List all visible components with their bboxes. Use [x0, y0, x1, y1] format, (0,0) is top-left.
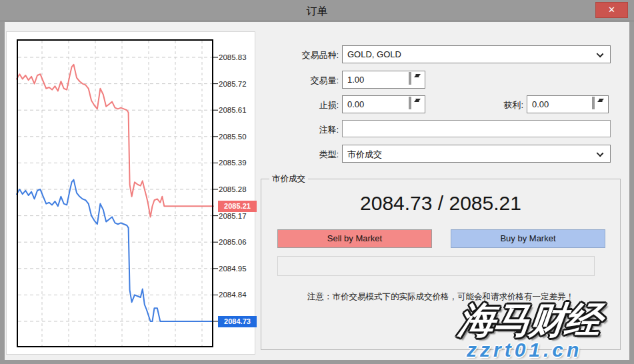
- watermark-brand: 海马财经: [456, 296, 634, 345]
- order-type-combo-value: 市价成交: [347, 149, 382, 159]
- volume-value: 1.00: [347, 75, 364, 85]
- titlebar: 订单 ✕: [0, 0, 634, 21]
- y-tick-label: 2085.06: [219, 237, 259, 247]
- comment-label: 注释:: [255, 124, 339, 136]
- close-button[interactable]: ✕: [595, 2, 628, 18]
- chevron-down-icon: [597, 150, 604, 157]
- ask-line: [17, 65, 213, 217]
- symbol-combo-value: GOLD, GOLD: [347, 49, 401, 59]
- arrow-down-icon: [599, 99, 604, 102]
- stop-loss-stepper[interactable]: 0.00: [342, 95, 425, 113]
- take-profit-label: 获利:: [440, 99, 523, 111]
- tick-chart-panel: 2085.832085.722085.612085.502085.392085.…: [6, 31, 255, 355]
- bid-ask-price-display: 2084.73 / 2085.21: [261, 192, 620, 215]
- arrow-down-icon: [415, 74, 421, 77]
- sell-by-market-button[interactable]: Sell by Market: [277, 229, 432, 248]
- y-tick-label: 2085.39: [219, 158, 259, 167]
- watermark-domain: zzrt01.cn: [467, 339, 634, 361]
- bid-price-badge: 2084.73: [218, 316, 257, 327]
- comment-input[interactable]: [342, 120, 611, 137]
- tick-chart-svg: [17, 39, 213, 347]
- tick-chart-plot: [17, 39, 213, 347]
- y-tick-label: 2085.83: [219, 53, 259, 62]
- ask-price-badge: 2085.21: [218, 201, 257, 212]
- y-tick-label: 2085.17: [219, 211, 259, 221]
- y-tick-label: 2085.50: [219, 132, 259, 141]
- y-tick-label: 2085.72: [219, 79, 259, 89]
- take-profit-value: 0.00: [532, 99, 549, 109]
- y-tick-label: 2085.28: [219, 185, 259, 194]
- close-icon: ✕: [608, 5, 615, 15]
- chevron-down-icon: [597, 51, 604, 58]
- group-title: 市价成交: [269, 173, 308, 185]
- arrow-down-icon: [415, 99, 421, 102]
- stop-loss-decrement-button[interactable]: [410, 97, 411, 109]
- y-tick-label: 2084.84: [219, 290, 259, 299]
- window-title: 订单: [0, 5, 634, 19]
- buy-by-market-button[interactable]: Buy by Market: [451, 229, 605, 248]
- volume-stepper[interactable]: 1.00: [342, 71, 425, 89]
- order-type-label: 类型:: [255, 149, 339, 161]
- y-tick-label: 2084.95: [219, 264, 259, 273]
- order-type-combo[interactable]: 市价成交: [342, 145, 611, 163]
- take-profit-decrement-button[interactable]: [593, 97, 595, 109]
- volume-label: 交易量:: [255, 75, 339, 87]
- symbol-combo[interactable]: GOLD, GOLD: [342, 45, 611, 63]
- stop-loss-label: 止损:: [255, 99, 339, 111]
- y-tick-label: 2085.61: [219, 105, 259, 115]
- bid-line: [17, 180, 213, 321]
- execution-progress-box: [277, 256, 595, 276]
- stop-loss-value: 0.00: [347, 99, 364, 109]
- volume-decrement-button[interactable]: [410, 72, 411, 85]
- take-profit-stepper[interactable]: 0.00: [527, 95, 609, 113]
- symbol-label: 交易品种:: [255, 49, 339, 61]
